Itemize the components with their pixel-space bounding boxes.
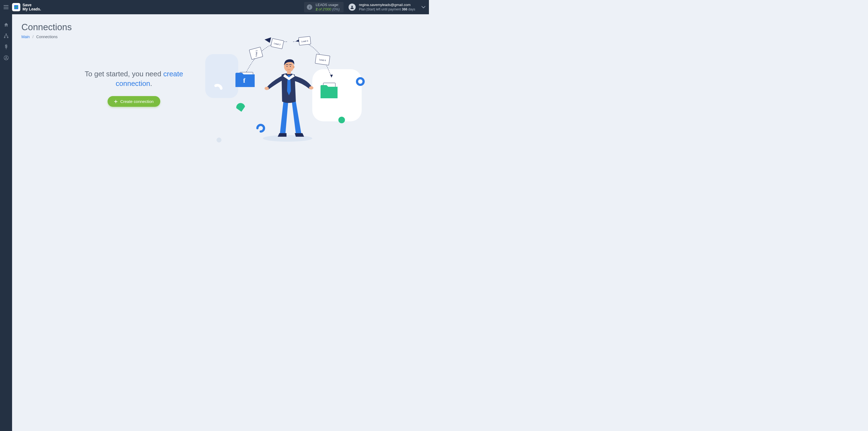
main-content: Connections Main / Connections To get st…	[12, 14, 429, 213]
sidebar-item-billing[interactable]	[3, 44, 9, 50]
empty-state: To get started, you need create connecti…	[82, 69, 429, 146]
svg-point-36	[286, 66, 287, 67]
empty-text-column: To get started, you need create connecti…	[82, 69, 186, 107]
user-circle-icon	[4, 55, 9, 60]
user-menu-caret[interactable]	[418, 0, 429, 14]
avatar	[348, 4, 355, 11]
dollar-icon	[4, 44, 9, 50]
leads-usage-box[interactable]: i LEADS usage: 2 of 2'000 (0%)	[304, 2, 344, 12]
svg-point-15	[217, 137, 221, 143]
sidebar	[0, 14, 12, 213]
info-icon: i	[307, 4, 312, 10]
top-bar: Save My Leads. i LEADS usage: 2 of 2'000…	[0, 0, 429, 14]
check-icon	[13, 4, 19, 10]
hamburger-icon	[4, 5, 8, 9]
logo-badge	[12, 3, 20, 11]
user-text: regina.savemyleads@gmail.com Plan |Start…	[359, 3, 415, 11]
leads-usage-numbers: 2 of 2'000 (0%)	[316, 7, 340, 11]
menu-toggle-button[interactable]	[0, 0, 12, 14]
sidebar-item-home[interactable]	[3, 22, 9, 27]
svg-rect-6	[7, 37, 8, 38]
user-icon	[350, 5, 354, 9]
svg-marker-17	[265, 37, 271, 43]
svg-point-3	[351, 6, 353, 7]
svg-point-8	[5, 56, 7, 58]
svg-rect-4	[5, 33, 7, 35]
home-icon	[4, 22, 9, 27]
svg-point-35	[293, 66, 294, 68]
svg-rect-11	[205, 54, 238, 98]
logo-text-line1: Save	[23, 3, 32, 7]
page-title: Connections	[22, 22, 429, 32]
create-connection-button[interactable]: Create connection	[107, 96, 160, 107]
leads-usage-text: LEADS usage: 2 of 2'000 (0%)	[316, 3, 340, 11]
sidebar-item-account[interactable]	[3, 55, 9, 60]
empty-state-illustration: Lead 1 Lead 2 Lead 3 Lead 4	[203, 36, 367, 146]
user-plan: Plan |Start| left until payment 366 days	[359, 7, 415, 11]
logo-text: Save My Leads.	[23, 3, 41, 11]
create-connection-button-label: Create connection	[120, 99, 154, 104]
chevron-down-icon	[422, 6, 425, 8]
svg-point-37	[290, 66, 290, 67]
svg-point-30	[263, 135, 312, 142]
app-logo[interactable]: Save My Leads.	[12, 3, 41, 11]
leads-of: of 2'000	[319, 7, 331, 11]
user-menu[interactable]: regina.savemyleads@gmail.com Plan |Start…	[348, 3, 415, 11]
user-email: regina.savemyleads@gmail.com	[359, 3, 415, 7]
breadcrumb-separator: /	[32, 35, 33, 39]
breadcrumb-current: Connections	[36, 35, 58, 39]
empty-headline: To get started, you need create connecti…	[82, 69, 186, 88]
leads-illustration-svg: Lead 1 Lead 2 Lead 3 Lead 4	[203, 36, 367, 146]
svg-point-31	[265, 87, 269, 90]
breadcrumb-main-link[interactable]: Main	[22, 35, 30, 39]
empty-headline-prefix: To get started, you need	[85, 70, 163, 78]
leads-usage-label: LEADS usage:	[316, 3, 340, 7]
svg-point-32	[309, 86, 313, 90]
svg-rect-5	[4, 37, 5, 38]
logo-text-line2: My Leads.	[23, 7, 41, 11]
sitemap-icon	[4, 33, 9, 38]
sidebar-item-connections[interactable]	[3, 33, 9, 38]
svg-point-14	[338, 117, 345, 123]
empty-headline-suffix: .	[150, 79, 152, 88]
svg-text:f: f	[243, 77, 246, 84]
leads-pct: (0%)	[332, 7, 339, 11]
leads-used: 2	[316, 7, 317, 11]
plus-icon	[114, 100, 118, 103]
